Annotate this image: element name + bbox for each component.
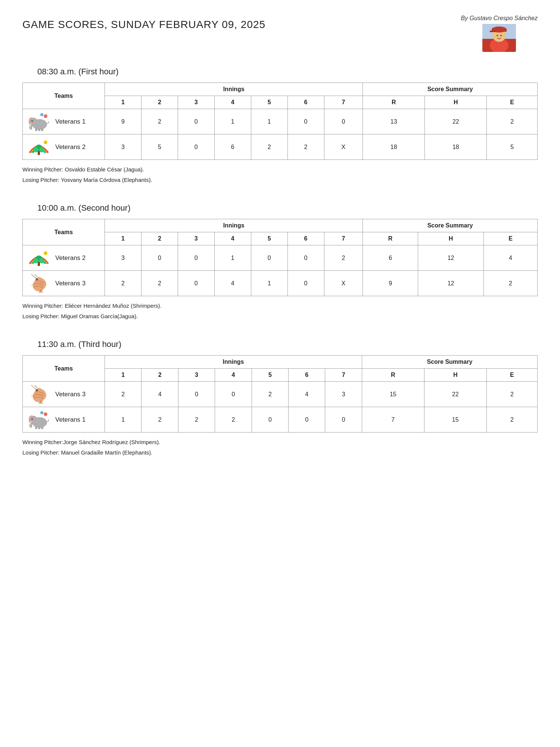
- game-section-1: 08:30 a.m. (First hour)TeamsInningsScore…: [22, 67, 538, 185]
- game-section-2: 10:00 a.m. (Second hour)TeamsInningsScor…: [22, 203, 538, 321]
- inning-value: X: [324, 271, 363, 296]
- summary-value: 4: [484, 245, 538, 271]
- svg-point-41: [44, 412, 47, 416]
- inning-value: 0: [252, 407, 288, 433]
- inning-col-4: 4: [214, 96, 251, 109]
- summary-col-H: H: [418, 232, 484, 245]
- team-name: Veterans 2: [55, 143, 85, 151]
- logo-jagua: [27, 248, 51, 268]
- team-cell-0: Veterans 2: [23, 245, 105, 271]
- inning-value: 0: [289, 407, 325, 433]
- inning-value: 1: [214, 245, 251, 271]
- summary-value: 15: [362, 382, 424, 407]
- table-row: Veterans 1920110013222: [23, 109, 538, 134]
- inning-value: 0: [178, 134, 214, 160]
- summary-value: 5: [487, 134, 538, 160]
- summary-value: 6: [363, 245, 418, 271]
- col-header-innings: Innings: [105, 219, 363, 232]
- table-row: Veterans 112220007152: [23, 407, 538, 433]
- table-row: Veterans 2350622X18185: [23, 134, 538, 160]
- col-header-summary: Score Summary: [362, 356, 537, 369]
- summary-value: 18: [363, 134, 425, 160]
- svg-point-23: [44, 140, 47, 144]
- col-header-innings: Innings: [105, 356, 362, 369]
- inning-value: 0: [141, 245, 178, 271]
- team-cell-0: Veterans 1: [23, 109, 105, 134]
- game-time-1: 08:30 a.m. (First hour): [37, 67, 538, 77]
- team-cell-1: Veterans 3: [23, 271, 105, 296]
- inning-col-1: 1: [105, 232, 141, 245]
- svg-rect-22: [38, 151, 40, 155]
- summary-value: 7: [362, 407, 424, 433]
- inning-col-5: 5: [252, 369, 288, 382]
- team-name: Veterans 3: [55, 391, 85, 398]
- inning-col-1: 1: [105, 96, 141, 109]
- svg-rect-40: [41, 426, 43, 429]
- summary-col-R: R: [363, 232, 418, 245]
- inning-col-2: 2: [141, 369, 178, 382]
- svg-point-7: [497, 35, 498, 36]
- svg-point-37: [32, 419, 32, 419]
- summary-value: 2: [486, 382, 537, 407]
- svg-point-28: [44, 251, 47, 255]
- inning-value: 2: [105, 271, 141, 296]
- inning-value: 4: [141, 382, 178, 407]
- inning-value: 9: [105, 109, 141, 134]
- author-photo: [482, 24, 516, 52]
- inning-value: 0: [178, 109, 214, 134]
- inning-col-2: 2: [141, 96, 178, 109]
- winning-pitcher: Winning Pitcher: Osvaldo Estable César (…: [22, 165, 538, 174]
- svg-point-26: [39, 258, 44, 263]
- svg-rect-39: [38, 426, 40, 429]
- svg-point-18: [40, 113, 43, 116]
- inning-value: 6: [214, 134, 251, 160]
- svg-rect-16: [41, 128, 43, 131]
- inning-value: 5: [141, 134, 178, 160]
- inning-value: 2: [252, 382, 288, 407]
- team-name: Veterans 3: [55, 280, 85, 287]
- svg-rect-6: [490, 31, 495, 32]
- summary-col-H: H: [424, 369, 486, 382]
- svg-point-17: [44, 114, 47, 118]
- author-block: By Gustavo Crespo Sánchez: [461, 15, 538, 52]
- col-header-summary: Score Summary: [363, 83, 538, 96]
- losing-pitcher: Losing Pitcher: Manuel Gradaille Martín …: [22, 448, 538, 457]
- inning-col-2: 2: [141, 232, 178, 245]
- page-title: GAME SCORES, SUNDAY FEBRUARY 09, 2025: [22, 19, 265, 31]
- team-name: Veterans 1: [55, 118, 85, 125]
- logo-shrimpers: [27, 273, 51, 294]
- inning-value: 2: [287, 134, 324, 160]
- inning-value: 0: [287, 245, 324, 271]
- svg-rect-14: [35, 128, 37, 131]
- score-table-1: TeamsInningsScore Summary1234567RHE Vete…: [22, 83, 538, 160]
- inning-col-3: 3: [178, 232, 214, 245]
- logo-elephants: [27, 111, 51, 132]
- svg-rect-38: [35, 426, 37, 429]
- summary-value: 12: [418, 245, 484, 271]
- table-row: Veterans 3220410X9122: [23, 271, 538, 296]
- svg-point-42: [40, 411, 43, 414]
- losing-pitcher: Losing Pitcher: Yosvany María Córdova (E…: [22, 176, 538, 185]
- inning-col-6: 6: [287, 232, 324, 245]
- winning-pitcher: Winning Pitcher: Eliécer Hernández Muñoz…: [22, 301, 538, 310]
- inning-value: 0: [251, 245, 287, 271]
- winning-pitcher: Winning Pitcher:Jorge Sánchez Rodríguez …: [22, 438, 538, 447]
- inning-value: 2: [251, 134, 287, 160]
- summary-col-R: R: [363, 96, 425, 109]
- inning-value: 3: [105, 134, 141, 160]
- score-table-3: TeamsInningsScore Summary1234567RHE Vete…: [22, 355, 538, 433]
- inning-value: 4: [289, 382, 325, 407]
- summary-col-H: H: [425, 96, 487, 109]
- logo-shrimpers: [27, 384, 51, 405]
- inning-value: 0: [287, 271, 324, 296]
- games-container: 08:30 a.m. (First hour)TeamsInningsScore…: [22, 67, 538, 457]
- col-header-teams: Teams: [23, 83, 105, 109]
- game-time-2: 10:00 a.m. (Second hour): [37, 203, 538, 213]
- inning-value: 3: [105, 245, 141, 271]
- svg-point-35: [29, 415, 34, 422]
- col-header-teams: Teams: [23, 219, 105, 245]
- inning-col-3: 3: [178, 96, 214, 109]
- svg-point-21: [39, 147, 44, 152]
- author-name: By Gustavo Crespo Sánchez: [461, 15, 538, 22]
- inning-col-3: 3: [178, 369, 215, 382]
